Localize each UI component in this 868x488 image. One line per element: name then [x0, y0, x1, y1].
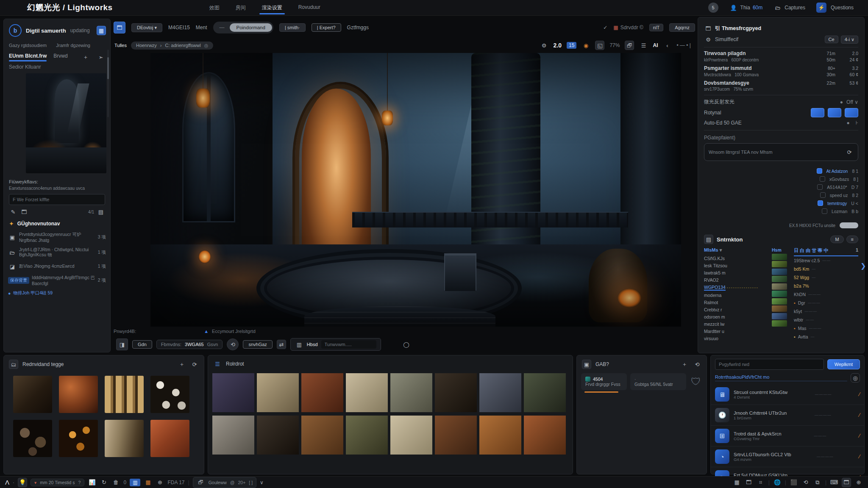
texture-tile[interactable]	[59, 376, 98, 413]
layer-thumb[interactable]	[772, 320, 787, 327]
layer-row[interactable]: lawtrak5 m	[704, 269, 768, 276]
prop-value[interactable]: 22m	[813, 80, 835, 86]
mode-dropdown[interactable]: 4-i ∨	[841, 36, 858, 44]
layer-row-selected[interactable]: WGPO134 ---------------	[704, 283, 768, 291]
checkbox-icon[interactable]	[822, 208, 827, 214]
material-tile[interactable]	[435, 416, 477, 455]
list-item[interactable]: 保存背景 IdddHatmrrvgy4 ArgBfTtrmgc 巴Baorcfg…	[8, 273, 106, 288]
expand-icon[interactable]: ⊦	[856, 120, 858, 126]
layer-row[interactable]: RVAO2	[704, 276, 768, 283]
active-tool-icon[interactable]: ▥	[130, 479, 140, 486]
m-button[interactable]: M	[830, 236, 843, 243]
material-tile[interactable]	[257, 416, 299, 455]
layer-thumb[interactable]	[772, 269, 787, 275]
slider-handle[interactable]	[840, 222, 858, 228]
agqrnz-button[interactable]: Agqrnz	[669, 23, 695, 32]
layer-row[interactable]: lesk Titzsou	[704, 262, 768, 269]
left-scrollbar[interactable]	[107, 50, 109, 117]
panel-expand-chevron[interactable]: ❯	[860, 262, 866, 270]
bucket-icon[interactable]: 🗑	[111, 478, 120, 487]
list-icon[interactable]: ☰	[639, 41, 648, 50]
detail-row[interactable]: ▪Dgr———	[794, 299, 858, 307]
viewport-image[interactable]	[150, 53, 681, 327]
library-search-button[interactable]: Weplkrnt	[827, 359, 860, 369]
preset-card[interactable]: · Gsbtga 56/NL 5vatr	[630, 373, 686, 390]
left-tab-files[interactable]: EUnm Blcnt.frw	[9, 53, 47, 61]
ce-button[interactable]: Ce	[825, 36, 838, 43]
undo-icon[interactable]: ⟲	[801, 478, 810, 487]
segment-off[interactable]: —	[214, 23, 230, 32]
layer-thumb[interactable]	[772, 283, 787, 290]
refresh-icon[interactable]: ⟲	[227, 338, 239, 350]
panel-toggle-icon[interactable]: ◨	[116, 338, 128, 350]
material-tile[interactable]	[435, 373, 477, 412]
pen-icon[interactable]: ✎	[9, 208, 17, 216]
column-glyph-icons[interactable]: 日 白 由 甘 蒂 中	[794, 247, 828, 254]
option-row[interactable]: At Adatzon8 1	[704, 167, 858, 175]
prop-value[interactable]: 2.0	[839, 51, 858, 56]
prop-value[interactable]: 30m	[813, 72, 835, 77]
layer-row[interactable]: mezzcit lw	[704, 320, 768, 327]
expand-chevron-icon[interactable]: ∨	[260, 480, 264, 485]
material-tile[interactable]	[479, 373, 521, 412]
swatch-button-2[interactable]	[828, 108, 841, 117]
layer-row[interactable]: virsuuo	[704, 335, 768, 342]
detail-row[interactable]: wlbtr——	[794, 316, 858, 324]
swap-icon[interactable]: ⇄	[277, 340, 286, 349]
layer-row[interactable]: Ralmot	[704, 299, 768, 306]
display-icon[interactable]: 🗔	[745, 478, 753, 487]
ment-menu[interactable]: Ment	[196, 25, 207, 30]
preset-card-active[interactable]: 4504 Frvd drgrggr Fvss	[581, 373, 627, 390]
prop-value[interactable]: 50m	[813, 57, 835, 62]
taskbar-logo[interactable]: Λ	[5, 479, 9, 486]
grid-small-icon[interactable]: ▤	[97, 208, 105, 216]
desktop-dropdown[interactable]: DEovtoj ▾	[131, 23, 162, 32]
texture-tile[interactable]	[105, 420, 144, 457]
smith-button[interactable]: | smith·	[279, 23, 306, 32]
results-link[interactable]: RotrrthsakouPldVfrCht mo	[715, 374, 847, 381]
layout-icon[interactable]: ◱	[595, 41, 604, 50]
detail-row[interactable]: bd5 Km—	[794, 265, 858, 273]
left-tab-browse[interactable]: Brvwd	[53, 53, 67, 61]
library-item[interactable]: ◔ SrtrvLLGTbunsrh GCL2 VtbGrt mzvrn ————…	[711, 446, 864, 467]
texture-tile[interactable]	[13, 376, 52, 413]
option-row[interactable]: temntrsgyU <	[704, 199, 858, 207]
list-toggle-button[interactable]: ≡	[846, 236, 858, 243]
detail-row[interactable]: ▪Avtta—	[794, 333, 858, 341]
window-icon[interactable]: 🗗	[625, 41, 634, 50]
flame-mark-icon[interactable]: ⁄	[859, 412, 860, 418]
viewport-tab[interactable]: Tulles	[114, 43, 127, 48]
layer-row[interactable]: odsroen m	[704, 313, 768, 320]
orange-grid-icon[interactable]: ▦	[144, 478, 152, 487]
rotate-icon[interactable]: ↻	[100, 478, 108, 487]
globe-icon[interactable]: 🌐	[773, 478, 782, 487]
layer-thumb[interactable]	[772, 261, 787, 267]
layer-thumb[interactable]	[772, 276, 787, 282]
checkbox-on-icon[interactable]	[817, 168, 822, 174]
detail-row[interactable]: KhDN———	[794, 290, 858, 299]
prop-value[interactable]: 53 ¢	[839, 80, 858, 86]
scene-mode-icon[interactable]: 🗔	[114, 22, 125, 33]
material-tile[interactable]	[390, 416, 432, 455]
swatch-button-3[interactable]	[845, 108, 858, 117]
fps-chip[interactable]: 15	[567, 42, 576, 49]
prop-value[interactable]: 3.2	[839, 66, 858, 71]
refresh-presets-icon[interactable]: ⟲	[693, 360, 701, 369]
thumb-column-header[interactable]: Hsm	[772, 247, 790, 252]
option-row[interactable]: LozmanB b	[704, 207, 858, 215]
snvhgaz-button[interactable]: snvhGaz	[243, 340, 272, 349]
library-search-input[interactable]	[715, 359, 824, 370]
expert-button[interactable]: | Expert?	[312, 23, 341, 32]
mode-segmented-control[interactable]: — Poindormand	[213, 22, 273, 33]
list-item[interactable]: ● 物排Joh 甲口4硅 59	[8, 288, 106, 298]
gear-icon[interactable]: ⚙	[540, 41, 548, 50]
material-tile[interactable]	[524, 416, 566, 455]
filter-icon[interactable]: ◎	[851, 373, 860, 383]
settings-menu[interactable]: Gztfmggs	[347, 25, 369, 30]
checkbox-icon[interactable]	[820, 192, 826, 198]
texture-tile[interactable]	[150, 420, 189, 457]
material-tile[interactable]	[479, 416, 521, 455]
option-row[interactable]: xGovbazs8 ]	[704, 175, 858, 183]
detail-row[interactable]: b2a 7%	[794, 282, 858, 290]
texture-tile[interactable]	[59, 420, 98, 457]
